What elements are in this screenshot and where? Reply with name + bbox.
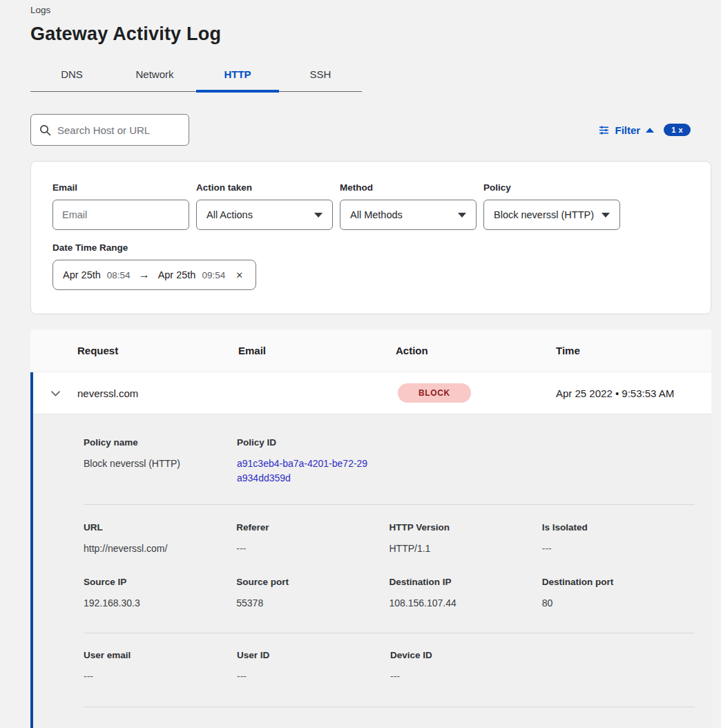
start-date[interactable]: Apr 25th <box>63 269 101 280</box>
detail-referer: Referer --- <box>236 522 389 556</box>
section-divider <box>84 633 695 633</box>
column-header-time: Time <box>556 345 580 356</box>
start-time[interactable]: 08:54 <box>107 270 131 280</box>
filter-field-policy: Policy Block neverssl (HTTP) <box>483 182 620 230</box>
tab-ssh[interactable]: SSH <box>279 63 362 91</box>
policy-value: Block neverssl (HTTP) <box>494 209 594 220</box>
table-row[interactable]: neverssl.com BLOCK Apr 25 2022 • 9:53:53… <box>33 372 711 414</box>
filter-toggle[interactable]: Filter <box>615 124 641 136</box>
filter-field-action-taken: Action taken All Actions <box>196 182 333 230</box>
detail-policy-name: Policy name Block neverssl (HTTP) <box>84 437 237 486</box>
method-label: Method <box>340 182 477 193</box>
radar-link-row: View domain details in Radar → <box>84 707 695 728</box>
action-cell: BLOCK <box>396 383 556 403</box>
section-divider <box>84 504 695 505</box>
tab-http[interactable]: HTTP <box>196 63 279 91</box>
range-arrow-icon: → <box>137 269 152 281</box>
page-header: Logs Gateway Activity Log <box>0 0 721 45</box>
tab-network[interactable]: Network <box>113 63 196 91</box>
email-input[interactable] <box>52 200 189 230</box>
detail-http-version: HTTP Version HTTP/1.1 <box>390 522 542 556</box>
row-details-panel: Policy name Block neverssl (HTTP) Policy… <box>33 414 711 728</box>
action-taken-select[interactable]: All Actions <box>196 200 333 230</box>
expanded-row-container: neverssl.com BLOCK Apr 25 2022 • 9:53:53… <box>30 372 711 728</box>
filter-sliders-icon <box>598 124 610 136</box>
filter-controls: Filter 1 x <box>598 124 691 136</box>
block-status-badge: BLOCK <box>398 383 471 403</box>
policy-label: Policy <box>483 182 620 193</box>
detail-destination-ip: Destination IP 108.156.107.44 <box>390 577 542 611</box>
end-date[interactable]: Apr 25th <box>158 269 196 280</box>
request-cell: neverssl.com <box>77 387 238 399</box>
date-range-label: Date Time Range <box>52 242 689 253</box>
activity-table: Request Email Action Time neverssl.com B… <box>30 329 711 728</box>
date-range-picker[interactable]: Apr 25th 08:54 → Apr 25th 09:54 ✕ <box>52 260 256 290</box>
breadcrumb[interactable]: Logs <box>30 4 721 17</box>
filter-panel: Email Action taken All Actions Method Al… <box>30 161 711 314</box>
detail-device-id: Device ID --- <box>390 650 544 684</box>
chevron-down-icon <box>602 213 610 218</box>
search-box[interactable] <box>30 114 189 146</box>
table-header: Request Email Action Time <box>30 329 711 372</box>
email-label: Email <box>52 182 189 193</box>
search-icon <box>39 124 51 136</box>
action-taken-label: Action taken <box>196 182 333 193</box>
detail-source-port: Source port 55378 <box>236 577 389 611</box>
search-input[interactable] <box>57 124 180 136</box>
detail-policy-id: Policy ID a91c3eb4-ba7a-4201-be72-29a934… <box>237 437 390 486</box>
tab-dns[interactable]: DNS <box>30 63 113 91</box>
policy-select[interactable]: Block neverssl (HTTP) <box>483 200 620 230</box>
filter-field-method: Method All Methods <box>340 182 477 230</box>
method-select[interactable]: All Methods <box>340 200 477 230</box>
tab-bar: DNS Network HTTP SSH <box>30 63 362 92</box>
chevron-down-icon <box>50 390 61 396</box>
page-title: Gateway Activity Log <box>30 23 721 45</box>
column-header-action: Action <box>396 345 556 356</box>
method-value: All Methods <box>350 209 403 220</box>
chevron-down-icon <box>458 213 466 218</box>
filter-count-badge[interactable]: 1 x <box>664 124 691 136</box>
end-time[interactable]: 09:54 <box>202 270 225 280</box>
detail-user-email: User email --- <box>84 650 237 684</box>
action-taken-value: All Actions <box>206 209 253 220</box>
detail-is-isolated: Is Isolated --- <box>542 522 695 556</box>
filter-field-email: Email <box>52 182 189 230</box>
policy-id-link[interactable]: a91c3eb4-ba7a-4201-be72-29a934dd359d <box>237 457 372 486</box>
chevron-up-icon[interactable] <box>646 128 654 133</box>
column-header-email: Email <box>238 345 396 356</box>
toolbar: Filter 1 x <box>30 114 691 146</box>
time-cell: Apr 25 2022 • 9:53:53 AM <box>556 387 674 399</box>
column-header-request: Request <box>77 345 238 356</box>
detail-destination-port: Destination port 80 <box>542 577 695 611</box>
row-expand-toggle[interactable] <box>33 390 77 396</box>
detail-url: URL http://neverssl.com/ <box>84 522 236 556</box>
chevron-down-icon <box>314 213 323 218</box>
clear-date-range-icon[interactable]: ✕ <box>235 270 243 280</box>
gateway-activity-log-page: Logs Gateway Activity Log DNS Network HT… <box>0 0 721 728</box>
detail-user-id: User ID --- <box>237 650 390 684</box>
filter-field-date-range: Date Time Range Apr 25th 08:54 → Apr 25t… <box>52 242 689 290</box>
detail-source-ip: Source IP 192.168.30.3 <box>84 577 236 611</box>
